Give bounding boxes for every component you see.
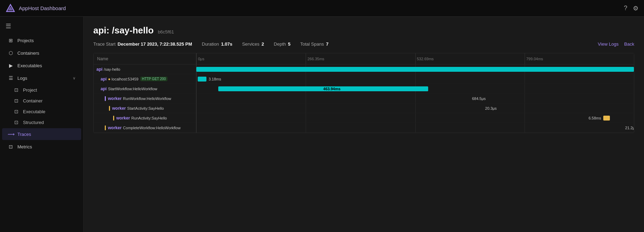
- app-logo-icon: [6, 3, 15, 13]
- settings-icon[interactable]: ⚙: [633, 5, 638, 12]
- duration-label: Duration: [202, 41, 219, 47]
- names-header: Name: [94, 53, 196, 64]
- service-tag-2: api: [101, 86, 107, 91]
- timeline-row-1: 3.18ms: [196, 74, 634, 84]
- sidebar-label-structured: Structured: [23, 120, 44, 125]
- topbar-left: AppHost Dashboard: [6, 3, 66, 13]
- logs-submenu: ⊡ Project ⊡ Container ⊡ Executable ⊡ Str…: [0, 84, 83, 128]
- row-gridline-4-2: [415, 103, 416, 113]
- main-layout: ☰ ⊞ Projects ⬡ Containers ▶ Executables …: [0, 17, 644, 232]
- name-row-0: api/say-hello: [94, 64, 196, 74]
- span-label-4: 20.3μs: [485, 106, 497, 110]
- sidebar-item-project[interactable]: ⊡ Project: [8, 85, 81, 95]
- span-bar-label-5: 6.58ms: [589, 116, 601, 120]
- name-row-6: workerCompleteWorkflow:HelloWorkflow: [94, 123, 196, 133]
- executable-sub-icon: ⊡: [13, 109, 19, 114]
- sidebar-item-metrics[interactable]: ⊡ Metrics: [2, 141, 81, 153]
- sidebar-label-metrics: Metrics: [17, 144, 32, 149]
- content-area: api: /say-hello b6c5f61 Trace Start Dece…: [84, 17, 644, 232]
- timeline-header: 0μs266.35ms532.69ms799.04ms1.07s: [196, 53, 634, 64]
- total-spans-value: 7: [326, 41, 328, 47]
- names-rows: api/say-helloapi●localhost:53459HTTP GET…: [94, 64, 196, 133]
- row-gridline-5-3: [525, 113, 525, 123]
- row-gridline-5-0: [196, 113, 197, 123]
- indent-bar-3: [105, 96, 106, 101]
- projects-icon: ⊞: [8, 38, 14, 43]
- depth-label: Depth: [274, 41, 286, 47]
- timeline-row-3: 684.5μs: [196, 94, 634, 103]
- span-label-3: 684.5μs: [472, 96, 486, 101]
- services-value: 2: [261, 41, 264, 47]
- sidebar-item-executable[interactable]: ⊡ Executable: [8, 106, 81, 117]
- service-tag-6: worker: [108, 125, 121, 130]
- sidebar-item-traces[interactable]: ⟿ Traces: [2, 128, 81, 140]
- span-name-4: StartActivity:SayHello: [127, 106, 164, 110]
- sidebar-item-logs[interactable]: ☰ Logs ∨: [2, 72, 81, 84]
- sidebar-label-logs: Logs: [17, 76, 27, 81]
- span-name-3: RunWorkflow:HelloWorkflow: [123, 96, 171, 101]
- row-gridline-5-1: [306, 113, 306, 123]
- name-row-2: apiStartWorkflow:HelloWorkflow: [94, 84, 196, 94]
- row-gridline-3-1: [306, 94, 306, 103]
- service-tag-1: api: [101, 77, 107, 82]
- row-gridline-6-0: [196, 123, 197, 132]
- trace-id: b6c5f61: [158, 29, 174, 34]
- row-gridline-3-2: [415, 94, 416, 103]
- containers-icon: ⬡: [8, 50, 14, 56]
- span-name-2: StartWorkflow:HelloWorkflow: [108, 87, 157, 91]
- sidebar-label-projects: Projects: [17, 38, 34, 43]
- trace-view: Name api/say-helloapi●localhost:53459HTT…: [93, 53, 634, 133]
- timeline-tick-0: 0μs: [196, 53, 204, 64]
- service-tag-5: worker: [116, 116, 130, 121]
- row-gridline-4-1: [306, 103, 306, 113]
- trace-meta-row: Trace Start December 17 2023, 7:22:38.52…: [93, 41, 634, 47]
- page-title-section: api: /say-hello b6c5f61: [93, 25, 634, 36]
- duration-value: 1.07s: [221, 41, 233, 47]
- row-gridline-3-0: [196, 94, 197, 103]
- timeline-tick-2: 532.69ms: [415, 53, 434, 64]
- sidebar-label-containers: Containers: [17, 51, 39, 56]
- span-bar-0: [196, 67, 634, 72]
- indent-bar-4: [109, 106, 110, 111]
- back-button[interactable]: Back: [624, 41, 634, 47]
- project-sub-icon: ⊡: [13, 87, 19, 93]
- trace-start-value: December 17 2023, 7:22:38.525 PM: [118, 41, 192, 47]
- container-sub-icon: ⊡: [13, 98, 19, 103]
- logs-icon: ☰: [8, 75, 14, 81]
- row-gridline-4-0: [196, 103, 197, 113]
- row-gridline-3-3: [525, 94, 525, 103]
- metrics-icon: ⊡: [8, 144, 14, 149]
- sidebar-item-executables[interactable]: ▶ Executables: [2, 60, 81, 71]
- sidebar-item-projects[interactable]: ⊞ Projects: [2, 34, 81, 46]
- indent-bar-6: [105, 125, 106, 130]
- row-gridline-1-3: [525, 74, 525, 84]
- row-gridline-6-2: [415, 123, 416, 132]
- structured-sub-icon: ⊡: [13, 119, 19, 125]
- span-name-0: /say-hello: [104, 67, 120, 71]
- row-gridline-4-3: [525, 103, 525, 113]
- row-gridline-1-0: [196, 74, 197, 84]
- sidebar-item-container[interactable]: ⊡ Container: [8, 95, 81, 106]
- row-gridline-1-1: [306, 74, 306, 84]
- timeline-row-4: 20.3μs: [196, 103, 634, 113]
- menu-toggle-icon[interactable]: ☰: [0, 20, 83, 34]
- app-title: AppHost Dashboard: [19, 5, 66, 11]
- row-gridline-2-3: [525, 84, 525, 93]
- sidebar-item-containers[interactable]: ⬡ Containers: [2, 47, 81, 59]
- sidebar-item-structured[interactable]: ⊡ Structured: [8, 117, 81, 127]
- view-logs-button[interactable]: View Logs: [598, 41, 619, 47]
- timeline-body: 3.18ms463.94ms684.5μs20.3μs6.58ms21.2μs: [196, 64, 634, 133]
- service-tag-0: api: [96, 67, 102, 72]
- service-tag-3: worker: [108, 96, 121, 101]
- name-row-1: api●localhost:53459HTTP GET 200: [94, 74, 196, 84]
- span-bar-5: [603, 116, 610, 121]
- row-gridline-2-0: [196, 84, 197, 93]
- timeline-tick-3: 799.04ms: [525, 53, 543, 64]
- sidebar: ☰ ⊞ Projects ⬡ Containers ▶ Executables …: [0, 17, 84, 232]
- row-gridline-6-1: [306, 123, 306, 132]
- sidebar-label-executable: Executable: [23, 109, 45, 114]
- names-panel: Name api/say-helloapi●localhost:53459HTT…: [94, 53, 196, 133]
- trace-start-label: Trace Start: [93, 41, 116, 47]
- help-icon[interactable]: ?: [624, 5, 627, 12]
- sidebar-label-project: Project: [23, 87, 37, 93]
